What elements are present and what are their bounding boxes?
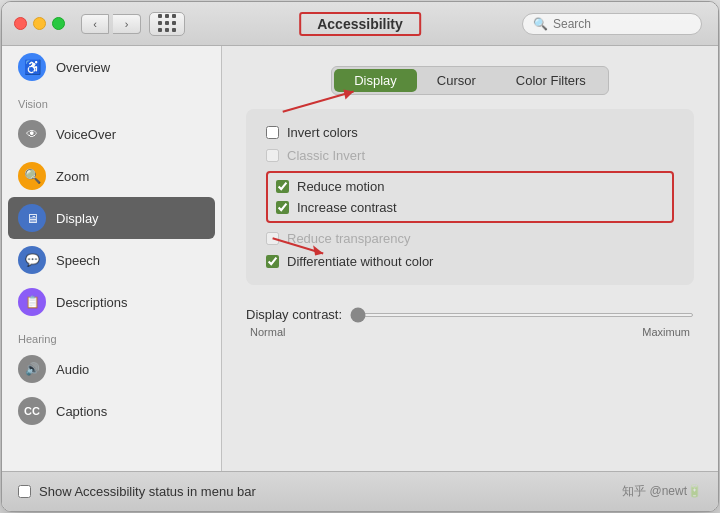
invert-colors-row: Invert colors (266, 125, 674, 140)
zoom-icon: 🔍 (18, 162, 46, 190)
sidebar-item-label: Display (56, 211, 99, 226)
sidebar-item-label: Speech (56, 253, 100, 268)
tab-bar: Display Cursor Color Filters (331, 66, 609, 95)
differentiate-color-label: Differentiate without color (287, 254, 433, 269)
tab-cursor[interactable]: Cursor (417, 69, 496, 92)
sidebar-item-label: VoiceOver (56, 127, 116, 142)
close-button[interactable] (14, 17, 27, 30)
classic-invert-label: Classic Invert (287, 148, 365, 163)
sidebar-item-label: Overview (56, 60, 110, 75)
watermark: 知乎 @newt🔋 (622, 483, 702, 500)
reduce-transparency-checkbox (266, 232, 279, 245)
sidebar-item-audio[interactable]: 🔊 Audio (2, 348, 221, 390)
titlebar: ‹ › Accessibility 🔍 (2, 2, 718, 46)
sidebar-item-speech[interactable]: 💬 Speech (2, 239, 221, 281)
sidebar-item-zoom[interactable]: 🔍 Zoom (2, 155, 221, 197)
sidebar-item-overview[interactable]: ♿ Overview (2, 46, 221, 88)
tab-display[interactable]: Display (334, 69, 417, 92)
sidebar-item-label: Zoom (56, 169, 89, 184)
reduce-transparency-label: Reduce transparency (287, 231, 411, 246)
reduce-transparency-row: Reduce transparency (266, 231, 674, 246)
sidebar-item-descriptions[interactable]: 📋 Descriptions (2, 281, 221, 323)
reduce-motion-label: Reduce motion (297, 179, 384, 194)
apps-grid-button[interactable] (149, 12, 185, 36)
slider-max-label: Maximum (642, 326, 690, 338)
apps-grid-icon (158, 14, 177, 33)
search-input[interactable] (553, 17, 691, 31)
slider-min-label: Normal (250, 326, 285, 338)
slider-section: Display contrast: Normal Maximum (246, 299, 694, 338)
show-status-checkbox[interactable] (18, 485, 31, 498)
audio-icon: 🔊 (18, 355, 46, 383)
options-panel: Invert colors Classic Invert Reduce moti… (246, 109, 694, 285)
traffic-lights (14, 17, 65, 30)
reduce-motion-checkbox[interactable] (276, 180, 289, 193)
slider-label: Display contrast: (246, 307, 342, 322)
forward-button[interactable]: › (113, 14, 141, 34)
search-icon: 🔍 (533, 17, 548, 31)
slider-track: Display contrast: (246, 307, 694, 322)
display-contrast-slider[interactable] (350, 313, 694, 317)
content-area: ♿ Overview Vision 👁 VoiceOver 🔍 Zoom 🖥 D… (2, 46, 718, 471)
voiceover-icon: 👁 (18, 120, 46, 148)
classic-invert-checkbox (266, 149, 279, 162)
tab-color-filters[interactable]: Color Filters (496, 69, 606, 92)
back-button[interactable]: ‹ (81, 14, 109, 34)
sidebar-item-label: Audio (56, 362, 89, 377)
differentiate-color-checkbox[interactable] (266, 255, 279, 268)
captions-icon: CC (18, 397, 46, 425)
invert-colors-label: Invert colors (287, 125, 358, 140)
maximize-button[interactable] (52, 17, 65, 30)
window-title: Accessibility (299, 12, 421, 36)
minimize-button[interactable] (33, 17, 46, 30)
sidebar-item-display[interactable]: 🖥 Display (8, 197, 215, 239)
overview-icon: ♿ (18, 53, 46, 81)
reduce-motion-row: Reduce motion (276, 179, 664, 194)
increase-contrast-checkbox[interactable] (276, 201, 289, 214)
invert-colors-checkbox[interactable] (266, 126, 279, 139)
increase-contrast-row: Increase contrast (276, 200, 664, 215)
sidebar-item-captions[interactable]: CC Captions (2, 390, 221, 432)
sidebar-item-voiceover[interactable]: 👁 VoiceOver (2, 113, 221, 155)
sidebar-item-label: Descriptions (56, 295, 128, 310)
sidebar: ♿ Overview Vision 👁 VoiceOver 🔍 Zoom 🖥 D… (2, 46, 222, 471)
bottom-bar: Show Accessibility status in menu bar 知乎… (2, 471, 718, 511)
speech-icon: 💬 (18, 246, 46, 274)
highlighted-options-group: Reduce motion Increase contrast (266, 171, 674, 223)
sidebar-section-vision: Vision (2, 88, 221, 113)
nav-buttons: ‹ › (81, 14, 141, 34)
classic-invert-row: Classic Invert (266, 148, 674, 163)
increase-contrast-label: Increase contrast (297, 200, 397, 215)
slider-labels: Normal Maximum (246, 326, 694, 338)
differentiate-color-row: Differentiate without color (266, 254, 674, 269)
sidebar-item-label: Captions (56, 404, 107, 419)
search-box[interactable]: 🔍 (522, 13, 702, 35)
main-panel: Display Cursor Color Filters Invert colo… (222, 46, 718, 471)
sidebar-section-hearing: Hearing (2, 323, 221, 348)
main-window: ‹ › Accessibility 🔍 ♿ Overview Vision � (1, 1, 719, 512)
descriptions-icon: 📋 (18, 288, 46, 316)
display-icon: 🖥 (18, 204, 46, 232)
show-status-label: Show Accessibility status in menu bar (39, 484, 256, 499)
